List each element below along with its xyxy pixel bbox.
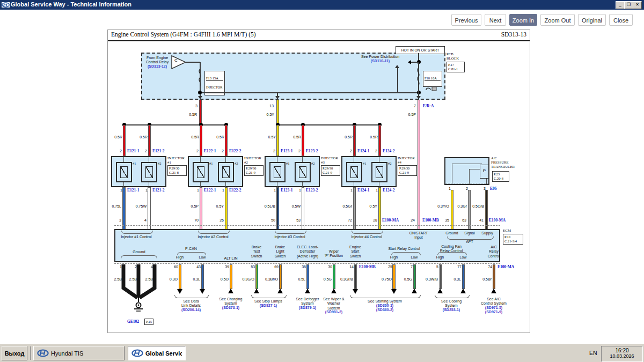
power-ref-link[interactable]: (SD110-11) xyxy=(352,59,408,63)
ground-wires xyxy=(119,264,159,319)
connector-label: E121-1 xyxy=(127,149,140,153)
fuse1-code: F13 15A xyxy=(206,76,223,81)
connector-triangle-icon xyxy=(171,55,186,69)
ecm-bot-label: High xyxy=(169,255,191,260)
arrow-up-icon xyxy=(305,289,310,293)
injector-box-num: #1 xyxy=(167,160,178,165)
connector-label: E123-1 xyxy=(281,188,293,193)
connector-label: E123-1 xyxy=(281,149,293,153)
wire xyxy=(353,187,356,230)
task-label: Global Service Wa... xyxy=(145,350,182,357)
wire-size: 0.5O/B xyxy=(470,204,484,208)
task-hyundai-tis[interactable]: Hyundai TIS xyxy=(33,346,125,360)
original-button[interactable]: Original xyxy=(578,14,606,26)
dest-ref-link[interactable]: (SD200-14) xyxy=(172,308,210,312)
connector-label: GE102 xyxy=(127,319,139,324)
wire xyxy=(468,190,471,230)
arrow-up-icon xyxy=(277,289,283,293)
diagram-header: Engine Control System (G4FM : G4FIII 1.6… xyxy=(108,30,530,41)
symbol-num: #1 xyxy=(286,161,290,165)
wire xyxy=(418,100,420,230)
pin-label: 1 xyxy=(118,188,122,192)
pin-label: 24 xyxy=(407,218,415,222)
injector-ref-box: P.29/30 C.21-9 xyxy=(321,165,340,176)
arrow-up-icon xyxy=(228,289,233,293)
hyundai-logo-icon xyxy=(131,349,143,357)
language-indicator[interactable]: EN xyxy=(589,350,597,356)
pin-label: 43 xyxy=(194,265,201,269)
taskbar-clock: 16:20 10.03.2026 xyxy=(601,346,643,362)
injector-ref-box: P.29/30 C.21-9 xyxy=(244,165,264,176)
connector-label: E100-MA xyxy=(497,264,514,269)
wire xyxy=(378,187,381,230)
wire xyxy=(225,187,228,230)
symbol-num: #2 xyxy=(158,161,162,165)
ecm-top-label: Injector #2 Control xyxy=(186,235,240,239)
ecm-bot-label: A/C Relay Control xyxy=(480,245,507,258)
pin-label: 50 xyxy=(269,218,275,222)
wire-size: 0.3W/B xyxy=(422,277,438,281)
wire-size: 0.5R xyxy=(288,135,301,139)
zoom-in-button[interactable]: Zoom In xyxy=(509,14,537,26)
wire xyxy=(353,125,356,156)
wire-size: 0.5G xyxy=(399,277,412,281)
relay-ref-link[interactable]: (SD313-12) xyxy=(143,64,171,69)
dest-text: See Starting System xyxy=(361,299,409,304)
task-global-service-way[interactable]: Global Service Wa... xyxy=(128,346,186,360)
ecm-bot-label: Start Relay Control xyxy=(383,247,426,251)
dest-ref-link[interactable]: (SD971-5) (SD971-9) xyxy=(475,306,513,315)
clock-time: 16:20 xyxy=(602,348,642,353)
connector-label: E122-1 xyxy=(204,188,216,193)
previous-button[interactable]: Previous xyxy=(451,14,481,26)
wire-size: 0.5R xyxy=(211,135,224,139)
wire-size: 0.5R xyxy=(186,135,199,139)
pin-label: 35 xyxy=(299,265,306,269)
dest-ref-link[interactable]: (SD981-2) xyxy=(315,310,353,314)
ecm-top-label: Injector #1 Control xyxy=(109,235,163,239)
exit-arrow-icon xyxy=(198,96,202,99)
ecm-bot-label: Brake Test Switch xyxy=(243,245,270,258)
wire xyxy=(276,100,279,125)
next-button[interactable]: Next xyxy=(485,14,506,26)
zoom-out-button[interactable]: Zoom Out xyxy=(540,14,575,26)
pin-label: 2 xyxy=(142,149,147,153)
wire-size: 0.3L xyxy=(448,277,461,281)
dest-ref-link[interactable]: (SD253-1) xyxy=(433,308,470,312)
dest-ref-link[interactable]: (SD360-1) (SD360-2) xyxy=(361,304,409,313)
taskbar-divider xyxy=(30,346,32,360)
pin-label: 14 xyxy=(347,265,354,269)
wire xyxy=(225,125,228,156)
wire xyxy=(439,264,442,289)
pin-label: 63 xyxy=(459,218,466,222)
pin-label: 28 xyxy=(371,218,377,222)
page-title: Engine Control System (G4FM : G4FIII 1.6… xyxy=(111,31,256,38)
connector-label: E122-2 xyxy=(229,188,241,193)
wire-size: 0.75W xyxy=(133,204,147,208)
wire xyxy=(201,264,204,289)
pin-label: 3 xyxy=(190,104,197,108)
dest-ref-link[interactable]: (SD927-1) xyxy=(250,304,287,308)
dest-text: See Wiper & Washer System xyxy=(315,297,353,311)
connector-label: E124-1 xyxy=(357,149,370,153)
injector-box-name: INJECTOR xyxy=(398,156,419,160)
pin-label: 2 xyxy=(219,149,224,153)
maximize-icon[interactable]: ❐ xyxy=(624,1,633,9)
wire-size: 0.3Br/O xyxy=(261,277,278,281)
ecm-bot-label: P-CAN xyxy=(170,247,213,251)
pin-label: 1 xyxy=(271,188,276,192)
window-title: Global Service Way - Technical Informati… xyxy=(11,1,131,8)
wire-size: 2.5B xyxy=(112,277,122,281)
ecm-bot-label: Low xyxy=(452,255,474,260)
pin-label: 1 xyxy=(348,188,353,192)
ecm-bot-label: High xyxy=(429,255,451,260)
dest-ref-link[interactable]: (SD373-1) xyxy=(212,306,250,310)
close-page-button[interactable]: Close xyxy=(609,14,633,26)
wire xyxy=(485,190,488,230)
close-icon[interactable]: ✕ xyxy=(633,1,642,9)
pin-label: 3 xyxy=(115,218,121,222)
minimize-icon[interactable]: _ xyxy=(616,1,625,9)
exit-button[interactable]: Выход xyxy=(2,346,27,360)
ecm-bot-label: Ground xyxy=(118,250,160,254)
wire xyxy=(122,187,126,230)
wire-size: 0.5L xyxy=(292,277,305,281)
